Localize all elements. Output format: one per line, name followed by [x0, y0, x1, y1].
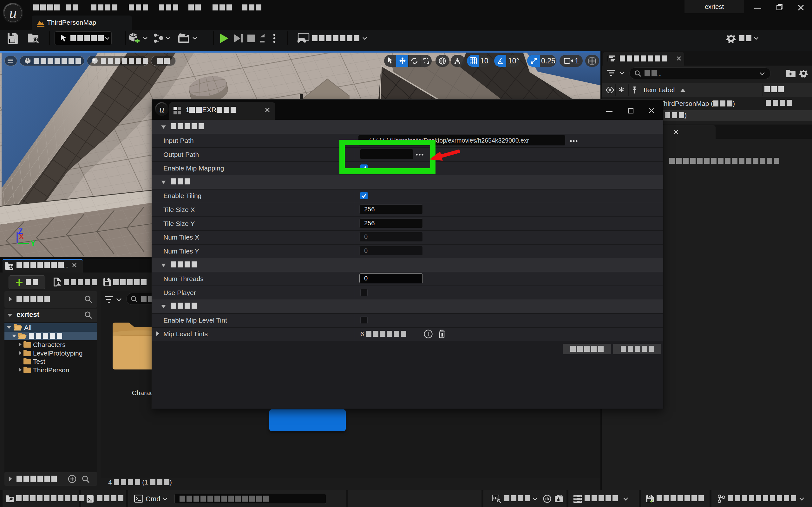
- svg-text:Y: Y: [31, 239, 36, 247]
- svg-text:u: u: [159, 103, 164, 115]
- svg-text:u: u: [9, 4, 17, 21]
- svg-text:X: X: [19, 233, 24, 240]
